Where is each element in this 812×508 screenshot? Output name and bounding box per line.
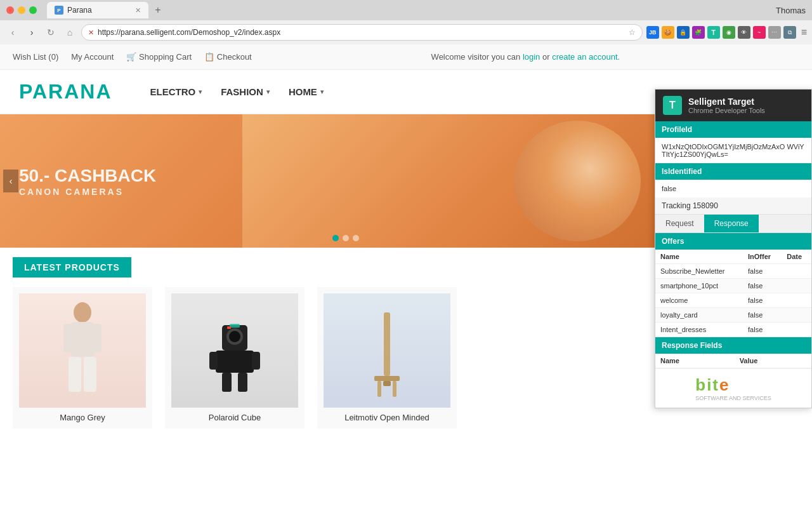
- new-tab-button[interactable]: +: [148, 2, 167, 18]
- refresh-button[interactable]: ↻: [43, 25, 58, 40]
- hero-cashback-text: 50.- CASHBACK: [19, 165, 156, 187]
- hero-subtitle-text: CANON CAMERAS: [19, 187, 156, 197]
- is-identified-header: IsIdentified: [655, 163, 811, 180]
- or-text: or: [542, 52, 550, 62]
- login-link[interactable]: login: [523, 52, 540, 62]
- products-section-title: LATEST PRODUCTS: [13, 257, 131, 277]
- product-name-1: Mango Grey: [19, 413, 146, 422]
- product-card-1[interactable]: Mango Grey: [13, 287, 152, 429]
- ext-cookie-icon[interactable]: 🍪: [662, 26, 674, 39]
- tab-bar: P Parana ✕ +: [47, 2, 768, 18]
- address-bar[interactable]: ✕ https://parana.selligent.com/Demoshop_…: [81, 24, 643, 41]
- hero-dot-1[interactable]: [332, 235, 339, 241]
- traffic-lights: [6, 6, 37, 14]
- panel-tabs: Request Response: [655, 215, 811, 233]
- panel-logo-icon: T: [663, 96, 682, 115]
- offers-col-name: Name: [655, 250, 743, 264]
- svg-rect-12: [222, 373, 232, 392]
- security-icon: ✕: [88, 29, 94, 37]
- bookmark-icon[interactable]: ☆: [629, 28, 636, 37]
- checkout-link[interactable]: 📋 Checkout: [204, 52, 252, 62]
- profile-id-value: W1xNzQtODIxOGM1YjIzMjBjOzMzAxO WViYTItYj…: [655, 138, 811, 163]
- ext-split-icon[interactable]: ⧉: [783, 26, 796, 39]
- svg-rect-3: [84, 357, 96, 392]
- svg-rect-17: [374, 376, 400, 381]
- product-card-3[interactable]: Leitmotiv Open Minded: [317, 287, 457, 429]
- svg-rect-1: [71, 322, 94, 357]
- tab-close-icon[interactable]: ✕: [135, 6, 141, 15]
- svg-rect-11: [216, 351, 254, 373]
- hero-dots: [332, 235, 359, 241]
- offer-name-1: Subscribe_Newletter: [655, 264, 743, 279]
- svg-rect-9: [230, 324, 240, 328]
- cart-link[interactable]: 🛒 Shopping Cart: [126, 52, 192, 62]
- ext-gray-icon[interactable]: 👁: [738, 26, 750, 39]
- svg-rect-20: [383, 381, 391, 386]
- svg-point-0: [74, 302, 91, 323]
- titlebar: P Parana ✕ + Thomas: [0, 0, 812, 20]
- svg-rect-13: [238, 373, 247, 392]
- offer-date-3: [782, 293, 811, 308]
- ext-shield-icon[interactable]: 🔒: [677, 26, 690, 39]
- nav-electro[interactable]: ELECTRO ▾: [150, 86, 202, 97]
- active-tab[interactable]: P Parana ✕: [47, 2, 148, 18]
- browser-menu-icon[interactable]: ≡: [801, 27, 807, 38]
- camera-robot-icon: [203, 300, 266, 401]
- register-link[interactable]: create an account.: [552, 52, 620, 62]
- account-link[interactable]: My Account: [71, 52, 114, 62]
- offers-table: Name InOffer Date Subscribe_Newletter fa…: [655, 250, 811, 337]
- panel-subtitle: Chrome Developer Tools: [688, 107, 765, 114]
- wishlist-link[interactable]: Wish List (0): [13, 52, 58, 62]
- panel-title: Selligent Target: [688, 97, 765, 107]
- ext-selligent-icon[interactable]: T: [707, 26, 720, 39]
- offer-date-1: [782, 264, 811, 279]
- minimize-button[interactable]: [18, 6, 25, 14]
- nav-fashion[interactable]: FASHION ▾: [221, 86, 270, 97]
- close-button[interactable]: [6, 6, 14, 14]
- home-button[interactable]: ⌂: [62, 25, 77, 40]
- fashion-figure-icon: [57, 300, 108, 401]
- response-col-name: Name: [655, 354, 735, 368]
- ext-green-icon[interactable]: ◉: [723, 26, 735, 39]
- hero-main-banner[interactable]: 50.- CASHBACK CANON CAMERAS ‹ ›: [0, 114, 691, 248]
- ext-puzzle-icon[interactable]: 🧩: [692, 26, 705, 39]
- offers-col-date: Date: [782, 250, 811, 264]
- home-arrow-icon: ▾: [320, 88, 324, 95]
- offer-inoffer-1: false: [743, 264, 782, 279]
- svg-rect-4: [63, 324, 72, 352]
- response-fields-table: Name Value: [655, 354, 811, 368]
- ext-dots-icon[interactable]: ⋯: [768, 26, 781, 39]
- offer-date-4: [782, 308, 811, 323]
- back-button[interactable]: ‹: [5, 25, 20, 40]
- svg-rect-10: [227, 326, 231, 329]
- svg-rect-19: [393, 381, 396, 397]
- product-card-2[interactable]: Polaroid Cube: [165, 287, 304, 429]
- ext-jb-icon[interactable]: JB: [646, 26, 659, 39]
- product-image-3: [324, 293, 450, 408]
- forward-button[interactable]: ›: [24, 25, 39, 40]
- ext-squiggle-icon[interactable]: ~: [753, 26, 766, 39]
- response-tab[interactable]: Response: [704, 215, 759, 232]
- hero-dot-2[interactable]: [343, 235, 349, 241]
- request-tab[interactable]: Request: [655, 215, 704, 232]
- panel-header-text: Selligent Target Chrome Developer Tools: [688, 97, 765, 114]
- tab-title: Parana: [67, 6, 92, 15]
- site-top-bar: Wish List (0) My Account 🛒 Shopping Cart…: [0, 44, 812, 70]
- site-logo[interactable]: PARANA: [19, 80, 112, 104]
- svg-point-8: [229, 331, 240, 342]
- hero-text: 50.- CASHBACK CANON CAMERAS: [0, 152, 175, 210]
- offer-row-5: Intent_dresses false: [655, 323, 811, 337]
- response-col-value: Value: [735, 354, 811, 368]
- website-content: Wish List (0) My Account 🛒 Shopping Cart…: [0, 44, 812, 508]
- nav-menu: ELECTRO ▾ FASHION ▾ HOME ▾: [150, 86, 324, 97]
- maximize-button[interactable]: [29, 6, 37, 14]
- nav-home[interactable]: HOME ▾: [289, 86, 324, 97]
- hero-dot-3[interactable]: [353, 235, 359, 241]
- panel-footer: b i t e SOFTWARE AND SERVICES: [655, 368, 811, 408]
- selligent-panel: T Selligent Target Chrome Developer Tool…: [655, 89, 812, 408]
- electro-arrow-icon: ▾: [199, 88, 202, 95]
- offer-inoffer-5: false: [743, 323, 782, 337]
- offer-name-4: loyalty_card: [655, 308, 743, 323]
- svg-rect-14: [209, 352, 218, 370]
- svg-rect-5: [93, 324, 102, 352]
